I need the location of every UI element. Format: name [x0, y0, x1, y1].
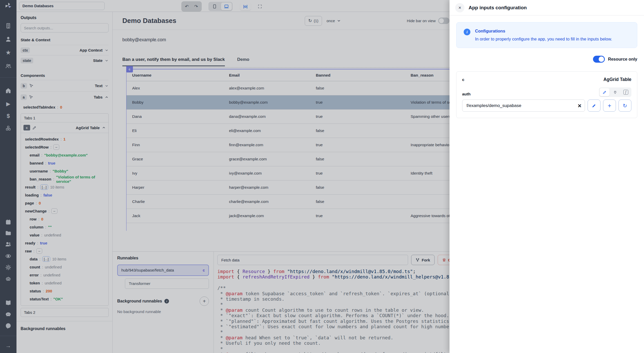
redo-icon[interactable]: ↷	[194, 3, 198, 10]
app-name-input[interactable]	[19, 2, 105, 10]
expand-items-box[interactable]: [...]	[42, 256, 50, 262]
expand-items-box[interactable]: [...]	[40, 184, 48, 190]
resource-only-toggle[interactable]	[593, 56, 605, 63]
collapse-toggle[interactable]: –	[51, 208, 57, 214]
fork-button[interactable]: Fork	[411, 255, 435, 265]
output-key: error	[30, 273, 39, 277]
sidebar-boxes-icon[interactable]	[4, 124, 12, 132]
pointer-icon	[29, 84, 33, 88]
background-runnables-label: Background runnables	[117, 299, 162, 303]
output-row-state[interactable]: state State	[21, 55, 109, 65]
tab-ban-user[interactable]: Ban a user, notify them by email, and us…	[122, 57, 225, 66]
selected-tab-index-row: selectedTabIndex : 0	[21, 103, 109, 111]
desktop-view-icon[interactable]	[221, 3, 232, 10]
state-chip: state	[21, 58, 33, 63]
connect-mode-plug-icon[interactable]	[610, 88, 620, 96]
schedule-label: once	[327, 19, 335, 23]
refresh-resource-button[interactable]: ↻	[618, 100, 631, 112]
sidebar-discord-icon[interactable]	[4, 310, 12, 318]
output-key: newChange	[25, 209, 47, 213]
sidebar-book-icon[interactable]	[4, 299, 12, 307]
sidebar-dollar-icon[interactable]: $	[4, 112, 12, 120]
output-tree-row: ready :true	[22, 239, 107, 247]
table-header-cell[interactable]: Username	[126, 69, 223, 81]
static-mode-pencil-icon[interactable]	[600, 88, 609, 96]
script-name-input[interactable]	[217, 255, 408, 265]
sidebar-users-icon[interactable]	[4, 62, 12, 70]
mobile-view-icon[interactable]	[209, 3, 220, 10]
table-header-cell[interactable]: Banned	[310, 69, 405, 81]
output-tree: selectedRowIndex :1selectedRow :–email :…	[21, 133, 108, 306]
close-icon[interactable]: ×	[455, 3, 464, 12]
app-inputs-drawer: × App inputs configuration i Configurati…	[450, 0, 644, 353]
fullscreen-icon[interactable]	[255, 3, 265, 10]
component-a-type: Tabs	[94, 95, 103, 99]
add-resource-button[interactable]: +	[603, 100, 616, 112]
runnable-item-fetch-data[interactable]: hub/943/supabase/fetch_data c	[117, 265, 209, 276]
chevron-down-icon[interactable]	[105, 84, 109, 88]
table-cell: Harper	[126, 180, 223, 194]
table-cell: true	[310, 95, 405, 109]
output-tree-row: error :undefined	[22, 271, 107, 279]
sidebar-users-gear-icon[interactable]	[4, 240, 12, 248]
sidebar-arrow-right-icon[interactable]: →	[4, 342, 12, 350]
table-cell: ivy@example.com	[223, 166, 310, 180]
device-toggle-group	[208, 2, 233, 11]
output-key: result	[25, 185, 36, 189]
info-body: In order to properly configure the app, …	[475, 37, 612, 42]
schedule-dropdown[interactable]: once	[327, 19, 341, 23]
search-outputs-input[interactable]	[21, 23, 109, 32]
ctx-chip: ctx	[21, 47, 30, 53]
sidebar-gear-icon[interactable]	[4, 264, 12, 271]
output-value: undefined	[43, 273, 60, 277]
sidebar-github-icon[interactable]	[4, 322, 12, 330]
output-key: token	[30, 281, 40, 285]
main-sidebar: ★▶$→	[0, 0, 16, 353]
undo-icon[interactable]: ↶	[185, 3, 189, 10]
runnable-item-transformer[interactable]: Transformer	[125, 278, 209, 289]
tab-demo[interactable]: Demo	[237, 57, 249, 66]
table-cell: Ivy	[126, 166, 223, 180]
sidebar-home-icon[interactable]	[4, 87, 12, 95]
output-value: undefined	[44, 233, 61, 237]
eval-mode-function-icon[interactable]: f	[621, 88, 631, 96]
sidebar-star-icon[interactable]: ★	[4, 49, 12, 56]
output-key: row	[30, 217, 37, 221]
sidebar-eye-icon[interactable]	[4, 252, 12, 260]
component-selection-badge[interactable]: c	[126, 66, 133, 72]
refresh-button[interactable]: ↻ (1)	[305, 16, 322, 26]
sidebar-user-icon[interactable]	[4, 35, 12, 43]
table-cell: alex@example.com	[223, 81, 310, 95]
sidebar-robot-icon[interactable]	[4, 275, 12, 283]
output-value: "bobby@example.com"	[44, 153, 88, 157]
output-value: 0	[41, 217, 43, 221]
tabs2-section[interactable]: Tabs 2	[21, 308, 109, 317]
auth-input-row: ✕ + ↻	[462, 100, 631, 112]
add-background-runnable-button[interactable]: +	[200, 297, 209, 306]
sidebar-calendar-icon[interactable]	[4, 218, 12, 226]
hide-bar-toggle[interactable]	[438, 18, 450, 24]
table-header-cell[interactable]: Email	[223, 69, 310, 81]
component-row-a[interactable]: a Tabs	[21, 91, 109, 103]
drawer-title: App inputs configuration	[469, 5, 527, 11]
page-title: Demo Databases	[122, 17, 176, 25]
output-key: value	[30, 233, 39, 237]
chevron-up-icon[interactable]	[102, 126, 106, 130]
pencil-icon[interactable]	[32, 126, 37, 130]
output-row-ctx[interactable]: ctx App Context	[21, 45, 109, 55]
output-tree-row: email :"bobby@example.com"	[22, 151, 107, 159]
center-align-icon[interactable]: |o|	[240, 3, 251, 10]
clear-resource-icon[interactable]: ✕	[578, 103, 582, 109]
edit-resource-button[interactable]	[588, 100, 600, 112]
chevron-up-icon[interactable]	[105, 95, 109, 99]
component-row-b[interactable]: b Text	[21, 80, 109, 91]
resource-path-input[interactable]	[462, 100, 585, 112]
chevron-down-icon[interactable]	[105, 48, 109, 52]
sidebar-folder-icon[interactable]	[4, 229, 12, 237]
chevron-down-icon[interactable]	[105, 59, 109, 63]
component-row-c[interactable]: c AgGrid Table	[21, 122, 108, 133]
collapse-toggle[interactable]: –	[53, 144, 59, 150]
sidebar-building-icon[interactable]	[4, 22, 12, 30]
sidebar-play-icon[interactable]: ▶	[4, 100, 12, 108]
collapse-toggle[interactable]: –	[36, 248, 42, 254]
